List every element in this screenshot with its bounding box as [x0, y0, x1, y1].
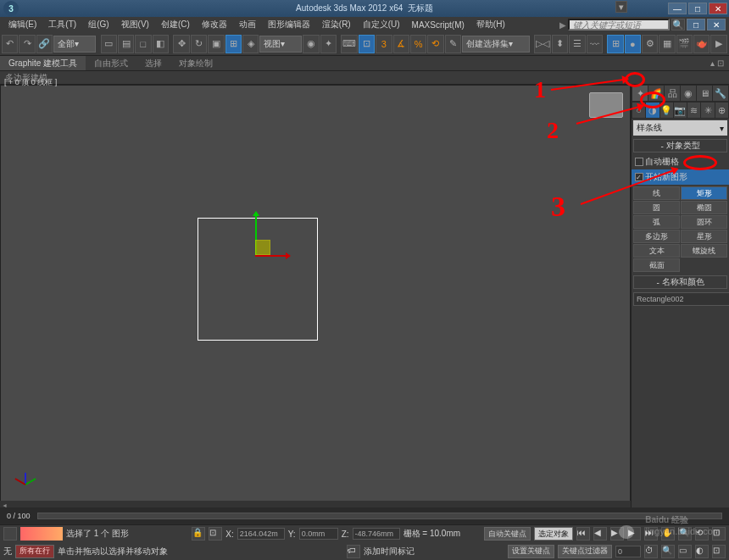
coord-x-input[interactable] [237, 528, 285, 540]
play-end-icon[interactable]: ⏭ [644, 527, 658, 541]
nav-zoom-icon[interactable]: 🔍 [678, 527, 692, 541]
percent-snap-icon[interactable]: % [410, 35, 426, 53]
viewcube[interactable] [589, 92, 623, 118]
play-start-icon[interactable]: ⏮ [576, 527, 590, 541]
ribbon-objpaint[interactable]: 对象绘制 [170, 56, 221, 70]
menu-group[interactable]: 组(G) [83, 19, 114, 30]
gizmo-xy-plane[interactable] [255, 240, 270, 255]
timeline[interactable]: 0 / 100 [0, 507, 729, 524]
time-config-icon[interactable]: ⏱ [644, 545, 658, 558]
display-tab-icon[interactable]: 🖥 [697, 86, 712, 101]
render-icon[interactable]: 🎬 [676, 35, 693, 53]
refcoord-icon[interactable]: ⊞ [225, 35, 242, 53]
nav-region-icon[interactable]: ▭ [678, 545, 692, 558]
menu-customize[interactable]: 自定义(U) [358, 19, 405, 30]
snap-3-icon[interactable]: 3 [376, 35, 392, 53]
time-tag-icon[interactable]: 🏷 [347, 545, 360, 558]
selection-filter[interactable]: 全部 ▾ [53, 36, 96, 53]
trackbar-key[interactable] [20, 527, 63, 541]
schematic-icon[interactable]: ⊞ [607, 35, 623, 53]
btn-helix[interactable]: 螺旋线 [681, 244, 727, 258]
nav-fov-icon[interactable]: ◐ [695, 545, 709, 558]
maximize-button[interactable]: □ [688, 3, 707, 14]
play-next-icon[interactable]: ▶ [627, 527, 641, 541]
motion-tab-icon[interactable]: ◉ [681, 86, 696, 101]
render-frame-icon[interactable]: ▦ [659, 35, 675, 53]
rollout-name-color[interactable]: - 名称和颜色 [633, 275, 727, 289]
keyfilter-button[interactable]: 关键点过滤器 [558, 545, 612, 558]
layers-icon[interactable]: ☰ [569, 35, 585, 53]
rotate-icon[interactable]: ↻ [191, 35, 207, 53]
hierarchy-tab-icon[interactable]: 品 [665, 86, 680, 101]
utilities-tab-icon[interactable]: 🔧 [713, 86, 728, 101]
lock-icon[interactable] [3, 527, 17, 541]
setkey-button[interactable]: 设置关键点 [508, 545, 554, 558]
scale-icon[interactable]: ▣ [208, 35, 224, 53]
ribbon-graphite[interactable]: Graphite 建模工具 [0, 56, 86, 70]
menu-animation[interactable]: 动画 [234, 19, 261, 30]
play-prev-icon[interactable]: ◀ [593, 527, 607, 541]
mirror-icon[interactable]: ▷◁ [534, 35, 550, 53]
pivot-icon[interactable]: ◈ [242, 35, 259, 53]
lock-sel-icon[interactable]: 🔒 [192, 527, 205, 541]
spinner-snap-icon[interactable]: ⟲ [427, 35, 443, 53]
lights-icon[interactable]: 💡 [660, 103, 673, 118]
qat-btn[interactable]: ▾ [615, 1, 627, 13]
ribbon-freeform[interactable]: 自由形式 [86, 56, 136, 70]
ribbon-sub[interactable]: 多边形建模 [0, 71, 729, 85]
startshape-checkbox[interactable]: 开始新图形 [632, 169, 729, 185]
autogrid-checkbox[interactable]: 自动栅格 [632, 154, 729, 169]
autokey-button[interactable]: 自动关键点 [484, 527, 531, 541]
spacewarps-icon[interactable]: ✳ [701, 103, 714, 118]
coord-z-input[interactable] [353, 528, 400, 540]
manip-icon[interactable]: ✦ [320, 35, 337, 53]
nav-orbit-icon[interactable]: ⟲ [695, 527, 709, 541]
snap-2d-icon[interactable]: ⊡ [359, 35, 375, 53]
close-button[interactable]: ✕ [709, 3, 727, 14]
named-sel-set[interactable]: 创建选择集 ▾ [462, 36, 530, 53]
menu-edit[interactable]: 编辑(E) [3, 19, 42, 30]
gizmo-x-axis[interactable] [255, 255, 289, 257]
frame-input[interactable] [615, 546, 641, 557]
nav-pan-icon[interactable]: ✋ [661, 527, 675, 541]
add-marker-label[interactable]: 添加时间标记 [364, 546, 415, 557]
menu-tools[interactable]: 工具(T) [43, 19, 81, 30]
btn-donut[interactable]: 圆环 [681, 215, 727, 229]
cameras-icon[interactable]: 📷 [674, 103, 687, 118]
modify-tab-icon[interactable]: 🌈 [648, 86, 664, 101]
timeline-track[interactable] [37, 513, 722, 519]
geometry-icon[interactable]: ○ [632, 103, 645, 118]
link-icon[interactable]: 🔗 [36, 35, 53, 53]
menu-rendering[interactable]: 渲染(R) [317, 19, 356, 30]
coord-y-input[interactable] [299, 528, 338, 540]
menu-create[interactable]: 创建(C) [156, 19, 195, 30]
ref-coord-select[interactable]: 视图 ▾ [259, 36, 302, 53]
center-icon[interactable]: ◉ [303, 35, 319, 53]
keyboard-icon[interactable]: ⌨ [341, 35, 357, 53]
minimize-button[interactable]: — [668, 3, 687, 14]
btn-arc[interactable]: 弧 [633, 215, 680, 229]
curve-editor-icon[interactable]: 〰 [587, 35, 603, 53]
menu-graph[interactable]: 图形编辑器 [263, 19, 315, 30]
align-icon[interactable]: ⬍ [552, 35, 568, 53]
angle-snap-icon[interactable]: ∡ [393, 35, 409, 53]
ribbon-selection[interactable]: 选择 [136, 56, 170, 70]
shapes-icon[interactable]: ◑ [646, 103, 659, 118]
menu-modifiers[interactable]: 修改器 [197, 19, 232, 30]
iso-icon[interactable]: ⊡ [209, 527, 222, 541]
nav-max-icon[interactable]: ⊡ [712, 527, 726, 541]
helpers-icon[interactable]: ≋ [687, 103, 700, 118]
btn-line[interactable]: 线 [633, 186, 680, 200]
rectangle-object[interactable] [198, 218, 318, 341]
btn-section[interactable]: 截面 [633, 258, 680, 272]
undo-icon[interactable]: ↶ [2, 35, 18, 53]
nav-minmax-icon[interactable]: ⊡ [712, 545, 726, 558]
shape-category-dropdown[interactable]: 样条线▾ [633, 120, 727, 136]
btn-text[interactable]: 文本 [633, 244, 680, 258]
select-icon[interactable]: ▭ [101, 35, 117, 53]
nav-zoom2-icon[interactable]: 🔍 [661, 545, 675, 558]
time-slider[interactable]: 0 / 100 [7, 512, 31, 520]
redo-icon[interactable]: ↷ [19, 35, 35, 53]
create-tab-icon[interactable]: ✦ [632, 86, 648, 101]
viewport-top[interactable]: [ + 0 顶 0 线框 ] [0, 85, 631, 509]
